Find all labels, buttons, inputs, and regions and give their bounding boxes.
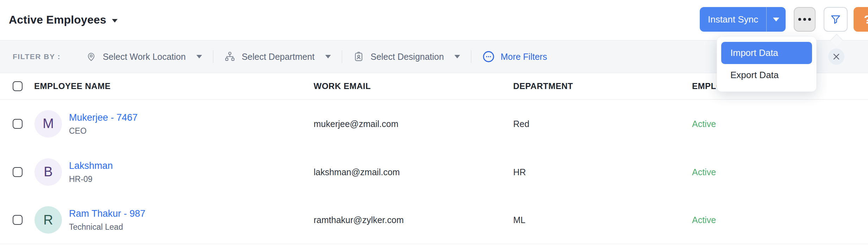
department-cell: ML (513, 215, 526, 225)
designation-filter-label: Select Designation (371, 52, 444, 62)
employee-name-link[interactable]: Ram Thakur - 987 (69, 208, 145, 219)
select-all-checkbox[interactable] (13, 81, 23, 91)
employee-name-link[interactable]: Lakshman (69, 160, 113, 171)
department-filter[interactable]: Select Department (224, 51, 331, 62)
employee-designation: HR-09 (69, 174, 113, 184)
table-row: M Mukerjee - 7467 CEO mukerjee@zmail.com… (0, 100, 868, 148)
avatar: B (34, 158, 62, 186)
column-header-department[interactable]: DEPARTMENT (513, 81, 573, 91)
divider (342, 50, 342, 63)
employee-designation: CEO (69, 126, 138, 135)
actions-dropdown-menu: Import Data Export Data (717, 36, 817, 92)
top-header: Active Employees Instant Sync ? (0, 0, 868, 40)
column-header-work-email[interactable]: WORK EMAIL (314, 81, 371, 91)
close-icon (832, 52, 841, 61)
status-badge: Active (692, 167, 716, 177)
column-header-employee-name[interactable]: EMPLOYEE NAME (34, 81, 111, 91)
divider (471, 50, 471, 63)
employee-name-link[interactable]: Mukerjee - 7467 (69, 112, 138, 123)
table-row: B Lakshman HR-09 lakshman@zmail.com HR A… (0, 148, 868, 196)
department-cell: HR (513, 167, 526, 177)
work-email-cell: ramthakur@zylker.com (314, 215, 404, 225)
id-badge-icon (353, 51, 364, 62)
employee-name-cell: Mukerjee - 7467 CEO (69, 112, 138, 135)
employee-designation: Technical Lead (69, 222, 145, 232)
menu-item-export-data[interactable]: Export Data (721, 64, 812, 86)
employee-name-cell: Lakshman HR-09 (69, 160, 113, 184)
funnel-icon (830, 14, 841, 25)
work-location-filter-label: Select Work Location (103, 52, 186, 62)
filter-by-label: FILTER BY : (13, 52, 61, 61)
chevron-down-icon (112, 19, 118, 23)
avatar: R (34, 206, 62, 234)
more-filters-icon (482, 50, 495, 63)
instant-sync-dropdown-button[interactable] (766, 7, 786, 32)
instant-sync-button[interactable]: Instant Sync (700, 7, 766, 32)
help-button[interactable]: ? (854, 7, 868, 32)
work-email-cell: lakshman@zmail.com (314, 167, 400, 177)
chevron-down-icon (196, 55, 202, 58)
chevron-down-icon (773, 18, 779, 21)
department-filter-label: Select Department (242, 52, 315, 62)
ellipsis-icon (798, 18, 801, 21)
chevron-down-icon (454, 55, 460, 58)
filter-button[interactable] (824, 7, 848, 32)
designation-filter[interactable]: Select Designation (353, 51, 460, 62)
status-badge: Active (692, 119, 716, 129)
close-filter-button[interactable] (828, 49, 844, 65)
status-badge: Active (692, 215, 716, 225)
chevron-down-icon (325, 55, 331, 58)
toolbar-actions: Instant Sync ? (700, 7, 868, 32)
page-title: Active Employees (9, 13, 106, 26)
more-filters-label: More Filters (501, 52, 547, 62)
row-checkbox[interactable] (13, 215, 23, 225)
ellipsis-icon (803, 18, 806, 21)
work-location-filter[interactable]: Select Work Location (86, 51, 202, 62)
employee-name-cell: Ram Thakur - 987 Technical Lead (69, 208, 145, 232)
more-filters-button[interactable]: More Filters (482, 50, 547, 63)
work-email-cell: mukerjee@zmail.com (314, 119, 398, 129)
menu-item-import-data[interactable]: Import Data (721, 42, 812, 64)
more-actions-button[interactable] (794, 7, 816, 32)
department-cell: Red (513, 119, 529, 129)
employee-list-page: Active Employees Instant Sync ? FILTER B… (0, 0, 868, 247)
row-checkbox[interactable] (13, 119, 23, 129)
org-chart-icon (224, 51, 235, 62)
divider (213, 50, 213, 63)
ellipsis-icon (808, 18, 811, 21)
avatar: M (34, 110, 62, 138)
view-selector[interactable]: Active Employees (9, 13, 118, 26)
table-row: R Ram Thakur - 987 Technical Lead ramtha… (0, 196, 868, 244)
instant-sync-split-button: Instant Sync (700, 7, 786, 32)
row-checkbox[interactable] (13, 167, 23, 177)
location-pin-icon (86, 51, 96, 62)
